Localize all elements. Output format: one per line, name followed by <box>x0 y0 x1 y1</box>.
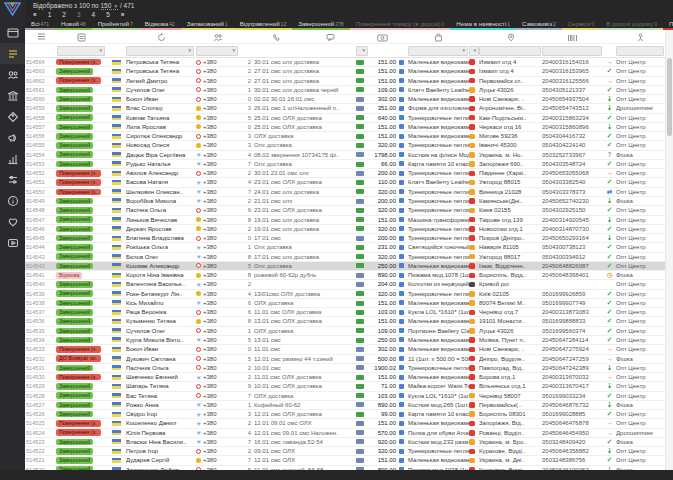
phone-number[interactable]: +380 <box>203 179 217 185</box>
table-row[interactable]: 514526ЗавершенийСвідро Ігор✳+380312.01 с… <box>25 410 673 419</box>
ttn-number[interactable]: 20400313670032 <box>542 373 603 381</box>
status-badge[interactable]: Завершений <box>56 309 93 316</box>
phone-number[interactable]: +380 <box>203 365 217 371</box>
col-product-header[interactable] <box>408 30 469 46</box>
sidebar-item-health[interactable] <box>0 211 25 232</box>
tab-4[interactable]: Відмова42 <box>139 19 181 30</box>
table-row[interactable]: 514562Повернення (з..Легкий Дмитро+38022… <box>25 77 673 86</box>
tab-5[interactable]: Запакований1 <box>181 19 234 30</box>
status-badge[interactable]: Завершений <box>56 365 93 372</box>
ttn-number[interactable]: 0501699888833 <box>542 317 603 325</box>
ttn-number[interactable]: 0504303548724 <box>542 160 603 168</box>
table-row[interactable]: 514553ЗавершенийРудько Наталья✳+3807Олх … <box>25 160 673 169</box>
phone-number[interactable]: +380 <box>203 448 217 454</box>
phone-number[interactable]: +380 <box>203 328 217 334</box>
ttn-number[interactable]: 20450647275924 <box>542 345 603 353</box>
ttn-number[interactable]: 20450653055068 <box>542 169 603 177</box>
table-row[interactable]: 514560ЗавершенийБокоч Иван+380002.02 30.… <box>25 95 673 104</box>
ttn-number[interactable]: 20450650293164 <box>542 234 603 242</box>
ttn-number[interactable]: 0504305121337 <box>542 86 603 94</box>
status-badge[interactable]: Завершений <box>56 198 93 205</box>
ttn-number[interactable]: 0501699028885 <box>542 410 603 418</box>
status-badge[interactable]: Повернення (з.. <box>56 346 101 353</box>
status-badge[interactable]: Завершений <box>56 318 93 325</box>
tab-13[interactable]: Повернен <box>663 19 673 30</box>
status-badge[interactable]: Завершений <box>56 235 93 242</box>
phone-number[interactable]: +380 <box>203 96 217 102</box>
ttn-number[interactable]: 20450647247259 <box>542 355 603 363</box>
phone-number[interactable]: +380 <box>203 198 217 204</box>
scrollbar-thumb[interactable] <box>667 58 672 136</box>
table-row[interactable]: 514541ВідмоваКоротя Ніна Іванівна+3808ро… <box>25 271 673 280</box>
phone-number[interactable]: +380 <box>203 189 217 195</box>
table-row[interactable]: 514542ЗавершенийКошмак Александр+3805Олх… <box>25 262 673 271</box>
table-row[interactable]: 514532ДО Возврат ок..Дукович Світлана+38… <box>25 355 673 364</box>
phone-number[interactable]: +380 <box>203 170 217 176</box>
sidebar-item-info[interactable] <box>0 190 25 211</box>
phone-number[interactable]: +380 <box>203 383 217 389</box>
phone-number[interactable]: +380 <box>203 105 217 111</box>
tab-8[interactable]: Повернення товару (в дорозі)0 <box>350 19 451 30</box>
table-row[interactable]: 514528ЗавершенийБас Тетяна+3807ОЛХ доста… <box>25 392 673 401</box>
sidebar-item-video[interactable] <box>0 232 25 253</box>
status-badge[interactable]: Завершений <box>56 439 93 446</box>
table-row[interactable]: 514556ЗавершенийСиротюк Олександр+3803ОЛ… <box>25 132 673 141</box>
tab-3[interactable]: Прийнятий7 <box>92 19 139 30</box>
phone-number[interactable]: +380 <box>203 244 217 250</box>
tab-1[interactable]: Всі471 <box>25 19 55 30</box>
phone-number[interactable]: +380 <box>203 457 217 463</box>
tab-2[interactable]: Новий48 <box>55 19 92 30</box>
ttn-number[interactable]: 0503252733967 <box>542 151 603 159</box>
phone-number[interactable]: +380 <box>203 439 217 445</box>
table-row[interactable]: 514550Повернення (з..Шелковин Олексан..✳… <box>25 188 673 197</box>
ttn-number[interactable]: 20450647242389 <box>542 364 603 372</box>
table-row[interactable]: 514544ЗавершенийРокіцька Ольга✳+3801Олх … <box>25 243 673 252</box>
table-row[interactable]: 514561ЗавершенийСучилов Олег+380130.01 с… <box>25 86 673 95</box>
phone-number[interactable]: +380 <box>203 59 217 65</box>
phone-number[interactable]: +380 <box>203 68 217 74</box>
col-comment-header[interactable] <box>254 30 356 46</box>
table-row[interactable]: 514554ЗавершенийДацюк Віра Сергіївна✳+38… <box>25 151 673 160</box>
channel-filter[interactable] <box>616 46 664 56</box>
table-row[interactable]: 514524Повернення (з..Юлія Первова✳+38041… <box>25 429 673 438</box>
ttn-number[interactable]: 20450646476878 <box>542 419 603 427</box>
payment-filter[interactable]: ▼ <box>356 46 368 56</box>
table-row[interactable]: 514546ЗавершенийДеркач Ярослав+380219.01… <box>25 225 673 234</box>
table-row[interactable]: 514535ЗавершенийСучилов Олег+3801ОЛХ дос… <box>25 327 673 336</box>
ttn-number[interactable]: 20400316154016 <box>542 58 603 66</box>
status-badge[interactable]: Завершений <box>56 142 93 149</box>
status-badge[interactable]: Завершений <box>56 68 93 75</box>
phone-number[interactable]: +380 <box>203 300 217 306</box>
phone-number[interactable]: +380 <box>203 254 217 260</box>
tab-10[interactable]: Самовивіз2 <box>516 19 562 30</box>
ttn-number[interactable]: 0501699033234 <box>542 392 603 400</box>
product-filter[interactable]: ▼ <box>408 46 468 56</box>
phone-number[interactable]: +380 <box>203 281 217 287</box>
status-filter[interactable]: ▼ <box>57 46 105 56</box>
phone-number[interactable]: +380 <box>203 291 217 297</box>
ttn-number[interactable]: 20400316125566 <box>542 77 603 85</box>
status-badge[interactable]: Повернення (з.. <box>56 59 101 66</box>
status-badge[interactable]: Повернення (з.. <box>56 420 101 427</box>
tab-11[interactable]: Сервіси0 <box>562 19 600 30</box>
status-badge[interactable]: Повернення (з.. <box>56 374 101 381</box>
table-row[interactable]: 514539ЗавершенийРоке-Бетанкурт Лін..+380… <box>25 290 673 299</box>
table-row[interactable]: 514559ЗавершенийВлас Слотюу+380326.01 см… <box>25 104 673 113</box>
ttn-number[interactable]: 0501699560374 <box>542 327 603 335</box>
phone-number[interactable]: +380 <box>203 393 217 399</box>
status-badge[interactable]: Завершений <box>56 392 93 399</box>
sidebar-item-browser[interactable] <box>0 22 25 43</box>
table-row[interactable]: 514540ЗавершенийВалентина Василье..✳+380… <box>25 280 673 289</box>
ttn-number[interactable] <box>542 280 603 288</box>
address-filter[interactable] <box>479 46 541 56</box>
status-badge[interactable]: Завершений <box>56 133 93 140</box>
status-badge[interactable]: Завершений <box>56 281 93 288</box>
status-badge[interactable]: Завершений <box>56 207 93 214</box>
phone-number[interactable]: +380 <box>203 411 217 417</box>
page-size-selector[interactable]: 150 ▼ <box>101 2 119 10</box>
table-row[interactable]: 514564Повернення (з..Петровська Тетяна+3… <box>25 58 673 67</box>
ttn-number[interactable]: 20450647284114 <box>542 336 603 344</box>
table-row[interactable]: 514549ЗавершенийВоробйов Микола✳+380221.… <box>25 197 673 206</box>
table-row[interactable]: 514534ЗавершенийКурта Микола Вікто..✳+38… <box>25 336 673 345</box>
sidebar-item-orders[interactable] <box>0 43 25 64</box>
